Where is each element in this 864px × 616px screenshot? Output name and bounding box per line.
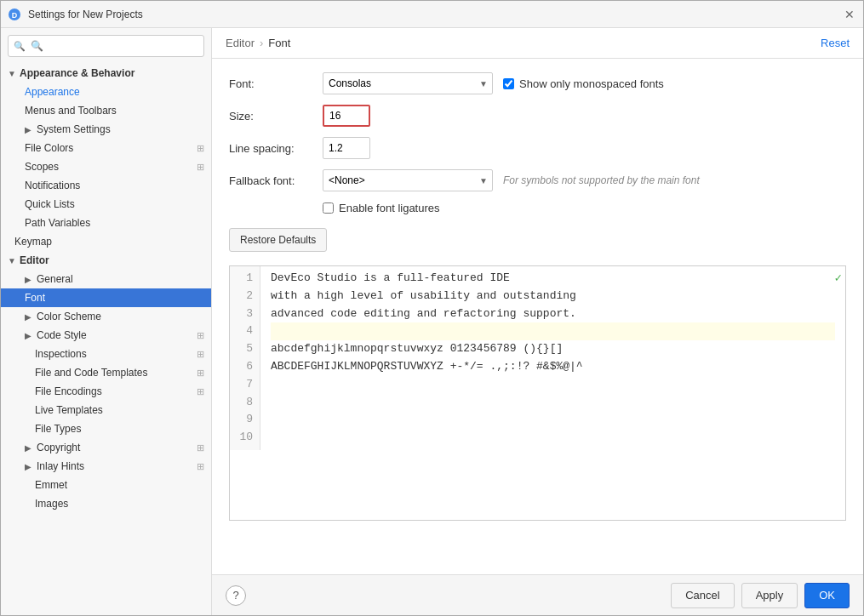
sidebar-item-appearance[interactable]: Appearance — [1, 83, 211, 101]
line-spacing-input[interactable] — [323, 137, 370, 159]
size-row: Size: — [229, 105, 846, 127]
reset-link[interactable]: Reset — [821, 37, 850, 49]
code-line — [271, 411, 835, 429]
sidebar-item-keymap[interactable]: Keymap — [1, 232, 211, 251]
ligatures-row: Enable font ligatures — [229, 202, 846, 214]
font-preview: ✓ 1 2 3 4 5 6 7 8 9 10 — [229, 265, 846, 521]
breadcrumb: Editor › Font — [226, 37, 290, 49]
show-monospaced-label: Show only monospaced fonts — [519, 77, 664, 90]
code-line: with a high level of usability and outst… — [271, 288, 835, 305]
badge: ⊞ — [197, 349, 204, 360]
badge: ⊞ — [197, 330, 204, 341]
apply-button[interactable]: Apply — [741, 583, 798, 608]
badge: ⊞ — [197, 368, 204, 379]
code-line: ABCDEFGHIJKLMNOPQRSTUVWXYZ +-*/= .,;:!? … — [271, 358, 835, 376]
sidebar-item-scopes[interactable]: Scopes⊞ — [1, 157, 211, 176]
font-select-wrap: Consolas Courier New Fira Code JetBrains… — [323, 72, 493, 94]
sidebar-item-file-types[interactable]: File Types — [1, 419, 211, 438]
badge: ⊞ — [197, 461, 204, 472]
expand-arrow: ▶ — [25, 125, 33, 134]
check-icon: ✓ — [835, 270, 842, 288]
fallback-font-row: Fallback font: <None> Courier New Arial … — [229, 169, 846, 191]
app-icon: D — [8, 8, 21, 21]
sidebar-item-live-templates[interactable]: Live Templates — [1, 401, 211, 419]
content-area: 🔍 ▼ Appearance & Behavior Appearance Men… — [1, 28, 863, 615]
code-line — [271, 376, 835, 394]
line-spacing-label: Line spacing: — [229, 142, 323, 155]
sidebar-item-notifications[interactable]: Notifications — [1, 176, 211, 195]
line-numbers: 1 2 3 4 5 6 7 8 9 10 — [230, 266, 260, 450]
close-button[interactable]: ✕ — [843, 8, 856, 21]
code-lines: DevEco Studio is a full-featured IDE wit… — [260, 266, 845, 450]
sidebar-item-code-style[interactable]: ▶Code Style⊞ — [1, 326, 211, 345]
bottom-bar: ? Cancel Apply OK — [212, 574, 863, 615]
code-line — [271, 322, 835, 340]
sidebar-item-emmet[interactable]: Emmet — [1, 476, 211, 494]
cancel-button[interactable]: Cancel — [671, 583, 734, 608]
sidebar-item-file-code-templates[interactable]: File and Code Templates⊞ — [1, 363, 211, 382]
sidebar-item-general[interactable]: ▶General — [1, 270, 211, 288]
code-line: advanced code editing and refactoring su… — [271, 305, 835, 323]
expand-arrow: ▶ — [25, 443, 33, 453]
main-header: Editor › Font Reset — [212, 28, 863, 59]
expand-arrow: ▶ — [25, 275, 33, 284]
search-icon: 🔍 — [14, 41, 26, 52]
sidebar-item-color-scheme[interactable]: ▶Color Scheme — [1, 307, 211, 326]
badge: ⊞ — [197, 386, 204, 397]
expand-arrow: ▼ — [8, 69, 16, 78]
sidebar-item-font[interactable]: Font — [1, 288, 211, 307]
search-input[interactable] — [8, 35, 204, 57]
sidebar-item-inspections[interactable]: Inspections⊞ — [1, 345, 211, 363]
sidebar-item-images[interactable]: Images — [1, 494, 211, 513]
svg-text:D: D — [12, 11, 18, 20]
sidebar-group-editor[interactable]: ▼ Editor — [1, 251, 211, 270]
sidebar-item-quick-lists[interactable]: Quick Lists — [1, 195, 211, 214]
expand-arrow: ▼ — [8, 256, 16, 265]
fallback-select[interactable]: <None> Courier New Arial Unicode MS — [323, 169, 493, 191]
sidebar-group-appearance-behavior[interactable]: ▼ Appearance & Behavior — [1, 64, 211, 83]
ligatures-label: Enable font ligatures — [339, 202, 440, 214]
badge: ⊞ — [197, 162, 204, 173]
settings-content: Font: Consolas Courier New Fira Code Jet… — [212, 59, 863, 574]
badge: ⊞ — [197, 143, 204, 154]
breadcrumb-separator: › — [260, 37, 263, 49]
monospaced-checkbox-row: Show only monospaced fonts — [503, 77, 664, 90]
font-label: Font: — [229, 77, 323, 90]
code-line — [271, 429, 835, 447]
breadcrumb-current: Font — [268, 37, 290, 49]
fallback-select-wrap: <None> Courier New Arial Unicode MS ▼ — [323, 169, 493, 191]
sidebar-item-copyright[interactable]: ▶Copyright⊞ — [1, 438, 211, 457]
sidebar: 🔍 ▼ Appearance & Behavior Appearance Men… — [1, 28, 212, 615]
show-monospaced-checkbox[interactable] — [503, 78, 514, 89]
size-input[interactable] — [323, 105, 370, 127]
sidebar-item-system-settings[interactable]: ▶System Settings — [1, 120, 211, 139]
ligatures-checkbox[interactable] — [323, 202, 334, 214]
sidebar-item-inlay-hints[interactable]: ▶Inlay Hints⊞ — [1, 457, 211, 476]
title-bar: D Settings for New Projects ✕ — [1, 1, 863, 28]
bottom-buttons: Cancel Apply OK — [671, 583, 850, 608]
restore-defaults-button[interactable]: Restore Defaults — [229, 228, 327, 252]
fallback-label: Fallback font: — [229, 174, 323, 187]
font-select[interactable]: Consolas Courier New Fira Code JetBrains… — [323, 72, 493, 94]
size-label: Size: — [229, 110, 323, 123]
window-title: Settings for New Projects — [28, 9, 843, 20]
ok-button[interactable]: OK — [804, 583, 850, 608]
sidebar-item-file-encodings[interactable]: File Encodings⊞ — [1, 382, 211, 401]
fallback-hint: For symbols not supported by the main fo… — [503, 174, 700, 186]
sidebar-item-file-colors[interactable]: File Colors⊞ — [1, 139, 211, 157]
help-button[interactable]: ? — [226, 585, 246, 606]
main-panel: Editor › Font Reset Font: Consolas Couri… — [212, 28, 863, 615]
settings-window: D Settings for New Projects ✕ 🔍 ▼ Appear… — [0, 0, 864, 616]
font-row: Font: Consolas Courier New Fira Code Jet… — [229, 72, 846, 94]
search-box: 🔍 — [8, 35, 204, 57]
line-spacing-row: Line spacing: — [229, 137, 846, 159]
code-line: abcdefghijklmnopqrstuvwxyz 0123456789 ()… — [271, 340, 835, 358]
expand-arrow: ▶ — [25, 462, 33, 471]
expand-arrow: ▶ — [25, 331, 33, 340]
sidebar-item-menus-toolbars[interactable]: Menus and Toolbars — [1, 101, 211, 120]
preview-lines: 1 2 3 4 5 6 7 8 9 10 DevEco Studio — [230, 266, 845, 450]
badge: ⊞ — [197, 442, 204, 453]
sidebar-item-path-variables[interactable]: Path Variables — [1, 214, 211, 232]
code-line — [271, 394, 835, 412]
expand-arrow: ▶ — [25, 312, 33, 322]
